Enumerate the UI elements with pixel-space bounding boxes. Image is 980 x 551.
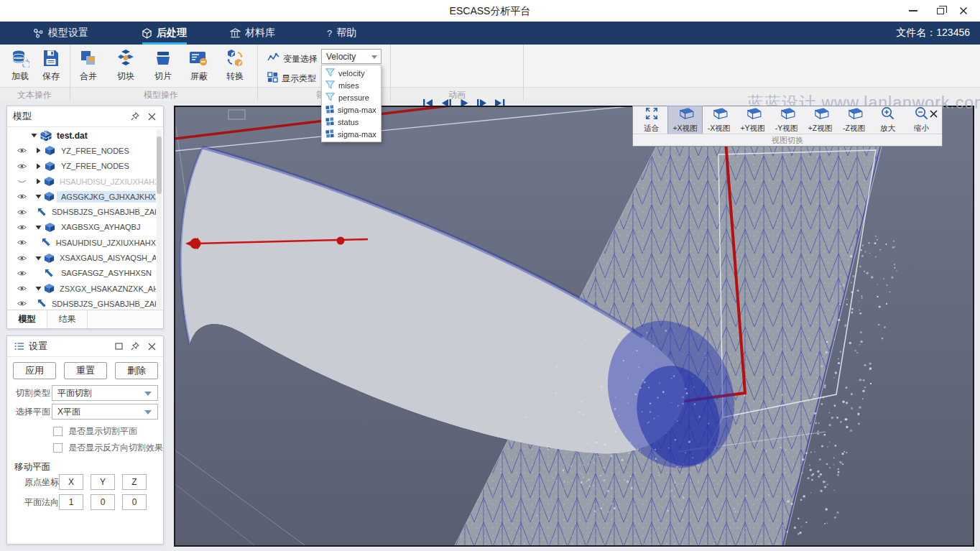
tree-row[interactable]: SDHSBJZS_GHSABJHB_ZAHU	[7, 296, 156, 310]
dropdown-option[interactable]: perssure	[322, 91, 381, 103]
merge-button[interactable]: 合并	[72, 47, 105, 86]
menu-material-lib[interactable]: 材料库	[226, 22, 279, 45]
show-cut-plane-checkbox[interactable]	[53, 427, 63, 436]
variable-dropdown[interactable]: Velocity	[321, 49, 382, 64]
view-button--Y视图[interactable]: -Y视图	[769, 106, 803, 134]
tree-row[interactable]: YZ_FREE_NODES	[7, 159, 156, 174]
tree-row[interactable]: XSAXGAUS_AISYAQSH_ASHX	[7, 250, 156, 265]
caret-down-icon[interactable]	[35, 224, 42, 231]
tree-row[interactable]: XAGBSXG_AYHAQBJ	[7, 220, 156, 235]
apply-button[interactable]: 应用	[13, 362, 56, 379]
tree-item-label[interactable]: YZ_FREE_NODES	[61, 147, 129, 155]
caret-down-icon[interactable]	[35, 255, 42, 261]
dropdown-option[interactable]: mises	[322, 79, 381, 91]
view-button-+X视图[interactable]: +X视图	[668, 106, 702, 134]
tree-item-label[interactable]: SDHSBJZS_GHSABJHB_ZAHU	[52, 300, 156, 308]
tree-item-label[interactable]: HSAUHDISU_JZXIUXHAHX	[56, 239, 156, 247]
tree-item-label[interactable]: HSAUHDISU_JZXIUXHAHX	[60, 177, 156, 186]
view-toolbar-close-button[interactable]	[928, 108, 939, 119]
tree-item-label[interactable]: SAGFASGZ_ASYHHXSN	[61, 269, 152, 277]
caret-down-icon[interactable]	[31, 132, 38, 139]
eye-open-icon[interactable]	[17, 284, 27, 292]
tree-item-label[interactable]: ZSXGX_HSAKAZNZXK_AHASX	[60, 284, 156, 293]
panel-close-button[interactable]	[147, 111, 157, 121]
plane-select[interactable]: X平面	[52, 404, 158, 420]
origin-x-input[interactable]: X	[59, 474, 83, 490]
dropdown-option[interactable]: velocity	[322, 67, 381, 79]
caret-right-icon[interactable]	[35, 178, 42, 185]
tree-item-label[interactable]: SDHSBJZS_GHSABJHB_ZAHU	[52, 208, 156, 216]
panel-close-button[interactable]	[147, 341, 157, 351]
view-button-适合[interactable]: 适合	[634, 106, 668, 134]
eye-open-icon[interactable]	[17, 193, 27, 200]
cut-block-button[interactable]: 切块	[109, 47, 142, 86]
reset-button[interactable]: 重置	[64, 362, 107, 379]
dropdown-option[interactable]: sigma-max	[322, 128, 381, 140]
caret-right-icon[interactable]	[35, 147, 42, 154]
save-button[interactable]: 保存	[34, 47, 68, 86]
tree-item-label[interactable]: AGSGKJKG_GJHXAJKHXA	[57, 191, 156, 203]
reverse-cut-checkbox[interactable]	[53, 443, 63, 453]
load-button[interactable]: 加载	[4, 47, 37, 86]
eye-open-icon[interactable]	[17, 269, 27, 277]
tree-item-label[interactable]: test.dat	[57, 131, 88, 141]
variable-select-row[interactable]: 变量选择	[267, 52, 318, 65]
menu-post-process[interactable]: 后处理	[137, 22, 191, 45]
menu-model-settings[interactable]: 模型设置	[29, 22, 93, 45]
caret-right-icon[interactable]	[35, 163, 42, 170]
reverse-cut-row[interactable]: 是否显示反方向切割效果	[53, 442, 163, 454]
display-type-row[interactable]: 显示类型	[267, 72, 316, 85]
minimize-button[interactable]	[902, 4, 924, 17]
slice-button[interactable]: 切片	[147, 47, 180, 86]
eye-open-icon[interactable]	[17, 147, 27, 154]
tree-item-label[interactable]: YZ_FREE_NODES	[61, 162, 129, 170]
viewport[interactable]	[174, 106, 974, 547]
origin-z-input[interactable]: Z	[122, 474, 147, 490]
normal-x-input[interactable]: 1	[59, 494, 83, 510]
tree-row[interactable]: HSAUHDISU_JZXIUXHAHX	[7, 174, 156, 189]
caret-down-icon[interactable]	[35, 193, 42, 200]
convert-button[interactable]: 转换	[218, 47, 251, 86]
tree-row[interactable]: AGSGKJKG_GJHXAJKHXA	[7, 189, 156, 204]
normal-z-input[interactable]: 0	[122, 494, 147, 510]
tree-row[interactable]: HSAUHDISU_JZXIUXHAHX	[7, 235, 156, 250]
cut-type-select[interactable]: 平面切割	[52, 385, 158, 401]
tree-row[interactable]: SAGFASGZ_ASYHHXSN	[7, 266, 156, 281]
eye-open-icon[interactable]	[17, 162, 27, 170]
dropdown-option[interactable]: sigma-max	[322, 103, 381, 116]
dropdown-option[interactable]: status	[322, 116, 381, 128]
restore-button[interactable]	[930, 4, 951, 17]
tree-row[interactable]: test.dat	[7, 128, 156, 143]
eye-open-icon[interactable]	[17, 223, 27, 231]
pin-button[interactable]	[130, 341, 140, 351]
view-button--Z视图[interactable]: -Z视图	[837, 106, 871, 134]
mask-button[interactable]: 屏蔽	[182, 47, 216, 86]
tree-row[interactable]: ZSXGX_HSAKAZNZXK_AHASX	[7, 281, 156, 296]
eye-open-icon[interactable]	[17, 254, 27, 262]
tab-model[interactable]: 模型	[7, 310, 47, 328]
tree-scrollbar[interactable]	[157, 129, 162, 309]
eye-open-icon[interactable]	[17, 208, 27, 216]
tree-row[interactable]: YZ_FREE_NODES	[7, 143, 156, 158]
view-button-放大[interactable]: 放大	[871, 106, 905, 134]
view-button-+Y视图[interactable]: +Y视图	[736, 106, 769, 134]
viewport-canvas[interactable]	[175, 107, 973, 545]
view-button-+Z视图[interactable]: +Z视图	[803, 106, 837, 134]
show-cut-plane-row[interactable]: 是否显示切割平面	[53, 425, 137, 437]
menu-help[interactable]: ? 帮助	[323, 22, 361, 45]
pin-button[interactable]	[130, 111, 140, 121]
tree-row[interactable]: SDHSBJZS_GHSABJHB_ZAHU	[7, 204, 156, 219]
normal-y-input[interactable]: 0	[91, 494, 115, 510]
tree-item-label[interactable]: XAGBSXG_AYHAQBJ	[61, 223, 140, 231]
caret-down-icon[interactable]	[35, 285, 42, 292]
tree-item-label[interactable]: XSAXGAUS_AISYAQSH_ASHX	[60, 254, 156, 262]
tab-results[interactable]: 结果	[47, 310, 88, 328]
eye-open-icon[interactable]	[17, 239, 27, 246]
panel-restore-button[interactable]	[114, 341, 124, 351]
delete-button[interactable]: 删除	[115, 362, 158, 379]
eye-closed-icon[interactable]	[17, 177, 27, 185]
eye-open-icon[interactable]	[17, 300, 27, 307]
view-button--X视图[interactable]: -X视图	[702, 106, 736, 134]
origin-y-input[interactable]: Y	[91, 474, 115, 490]
scrollbar-thumb[interactable]	[157, 136, 162, 194]
